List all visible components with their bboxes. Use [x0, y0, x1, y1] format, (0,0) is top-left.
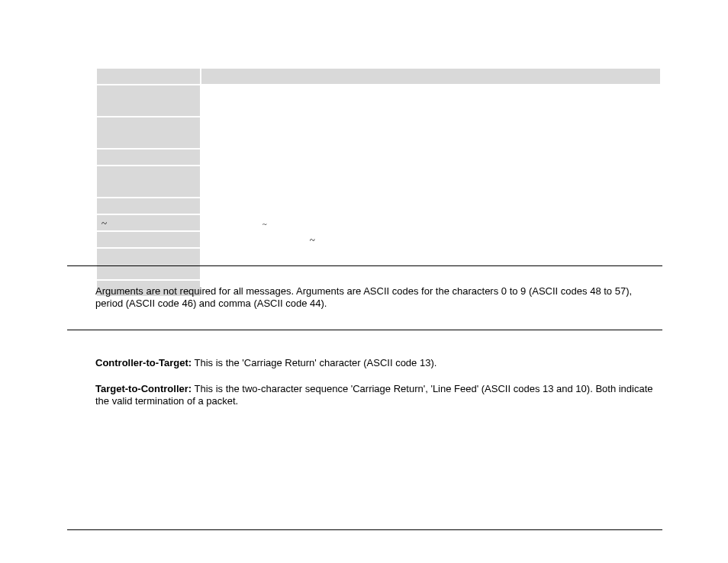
table-cell-label: ~ [96, 214, 201, 231]
table-row [96, 166, 661, 198]
table-row: ~ [96, 231, 661, 248]
table-cell-desc: ~ [201, 231, 661, 248]
arguments-paragraph: Arguments are not required for all messa… [95, 285, 662, 310]
table-cell-label [96, 68, 201, 85]
table-cell-label [96, 166, 201, 198]
terminator-paragraph-2: Target-to-Controller: This is the two-ch… [95, 383, 662, 408]
tilde-icon: ~ [201, 220, 267, 228]
table-row [96, 198, 661, 214]
arguments-text: Arguments are not required for all messa… [95, 285, 632, 309]
table-cell-label [96, 231, 201, 248]
table-row [96, 117, 661, 149]
table-cell-label [96, 248, 201, 280]
section-rule-terminator [67, 330, 662, 330]
table-row: ~~ [96, 214, 661, 231]
table-cell-label [96, 85, 201, 117]
table-cell-desc [201, 149, 661, 166]
command-table-wrap: ~~~ [95, 67, 662, 298]
command-table: ~~~ [95, 67, 662, 298]
section-rule-arguments [67, 265, 662, 266]
tilde-icon: ~ [201, 235, 315, 245]
table-cell-desc [201, 68, 661, 85]
table-cell-label [96, 117, 201, 149]
table-cell-desc [201, 166, 661, 198]
table-cell-desc [201, 248, 661, 280]
table-cell-label [96, 198, 201, 214]
terminator-paragraph-1: Controller-to-Target: This is the 'Carri… [95, 357, 662, 369]
table-cell-desc [201, 117, 661, 149]
section-rule-bottom [67, 529, 662, 530]
table-row [96, 248, 661, 280]
page: ~~~ Arguments are not required for all m… [0, 0, 728, 563]
table-cell-label [96, 149, 201, 166]
table-cell-desc: ~ [201, 214, 661, 231]
table-cell-desc [201, 85, 661, 117]
table-row [96, 68, 661, 85]
controller-to-target-label: Controller-to-Target: [95, 357, 192, 368]
controller-to-target-text: This is the 'Carriage Return' character … [192, 357, 436, 368]
table-row [96, 149, 661, 166]
target-to-controller-label: Target-to-Controller: [95, 383, 192, 394]
table-row [96, 85, 661, 117]
tilde-icon: ~ [97, 218, 107, 228]
table-cell-desc [201, 198, 661, 214]
